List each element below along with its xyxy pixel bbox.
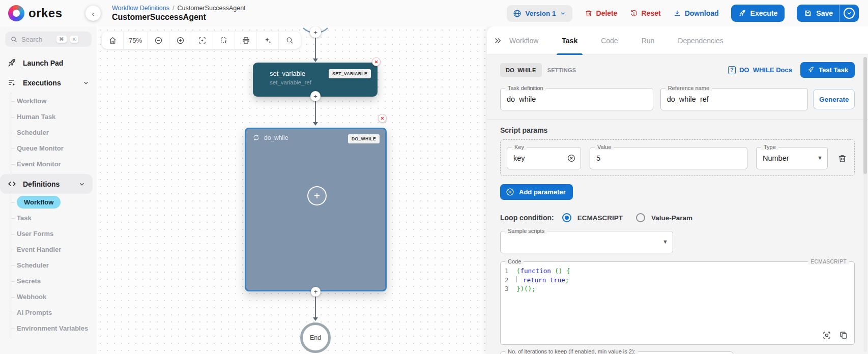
- sidebar-item-definitions-webhook[interactable]: Webhook: [11, 289, 97, 305]
- edge: [315, 37, 316, 60]
- add-task-connector-bottom[interactable]: [311, 287, 321, 297]
- sidebar-item-definitions-scheduler[interactable]: Scheduler: [11, 257, 97, 273]
- edge-arrow: [313, 58, 318, 62]
- sidebar-item-definitions-secrets[interactable]: Secrets: [11, 273, 97, 289]
- panel-scrollbar[interactable]: [863, 57, 867, 352]
- home-button[interactable]: [102, 32, 124, 49]
- collapse-panel-icon[interactable]: [493, 36, 502, 45]
- globe-icon: [513, 9, 522, 18]
- expand-editor-icon[interactable]: [822, 331, 831, 340]
- definitions-icon: [7, 179, 17, 189]
- sidebar-item-definitions-event-handler[interactable]: Event Handler: [11, 242, 97, 257]
- zoom-out-button[interactable]: [148, 32, 169, 49]
- do-while-docs-link[interactable]: ? DO_WHILE Docs: [728, 66, 792, 74]
- fit-view-button[interactable]: [191, 32, 213, 49]
- tab-dependencies[interactable]: Dependencies: [678, 26, 724, 55]
- save-button-group: Save: [797, 5, 859, 22]
- download-button[interactable]: Download: [673, 9, 719, 17]
- node-end[interactable]: End: [300, 322, 331, 353]
- test-task-button[interactable]: Test Task: [800, 62, 855, 78]
- version-selector[interactable]: Version 1: [507, 5, 572, 22]
- task-definition-field[interactable]: Task definition do_while: [500, 88, 653, 110]
- node-do-while[interactable]: do_while DO_WHILE +: [245, 128, 387, 291]
- plus-circle-icon: [506, 188, 514, 196]
- code-editor-lines: 1(function () {2return true;3})();: [501, 262, 854, 293]
- print-button[interactable]: [235, 32, 257, 49]
- tab-do-while[interactable]: DO_WHILE: [500, 63, 542, 77]
- loop-condition-row: Loop condition: ECMASCRIPT Value-Param: [500, 213, 855, 222]
- sidebar-item-executions-human-task[interactable]: Human Task: [11, 109, 97, 125]
- edge: [315, 297, 316, 318]
- generate-button[interactable]: Generate: [813, 89, 855, 109]
- sidebar-collapse-button[interactable]: ‹: [85, 6, 101, 21]
- param-key-field[interactable]: Key key: [507, 147, 581, 169]
- add-task-inside-loop-button[interactable]: +: [307, 186, 327, 205]
- save-options-button[interactable]: [840, 5, 859, 22]
- breadcrumb-separator: /: [172, 5, 174, 12]
- select-area-button[interactable]: [213, 32, 235, 49]
- sidebar: ⌘ K Launch PadExecutionsWorkflowHuman Ta…: [0, 26, 97, 354]
- tab-workflow[interactable]: Workflow: [509, 26, 538, 55]
- code-editor[interactable]: Code ECMASCRIPT 1(function () {2return t…: [500, 261, 855, 345]
- clear-key-icon[interactable]: [567, 154, 576, 163]
- add-task-connector-mid[interactable]: [310, 91, 321, 101]
- edge-arrow: [313, 122, 318, 126]
- add-task-connector-top[interactable]: [310, 26, 321, 38]
- save-icon: [804, 9, 812, 17]
- radio-ecmascript[interactable]: [562, 213, 571, 222]
- sidebar-item-executions-event-monitor[interactable]: Event Monitor: [11, 156, 97, 172]
- code-line: 1(function () {: [505, 267, 851, 276]
- divider: [487, 119, 868, 120]
- tab-run[interactable]: Run: [642, 26, 655, 55]
- loop-condition-label: Loop condition:: [500, 214, 554, 222]
- param-type-select[interactable]: Type Number ▼: [756, 147, 828, 169]
- breadcrumb-parent-link[interactable]: Workflow Definitions: [112, 5, 169, 12]
- remove-do-while-button[interactable]: ✕: [378, 114, 387, 123]
- rocket-icon: [738, 9, 746, 17]
- chevron-down-icon: [82, 79, 90, 86]
- iterations-field[interactable]: No. of iterations to keep (if enabled, m…: [500, 351, 733, 354]
- add-parameter-button[interactable]: Add parameter: [500, 184, 573, 200]
- orkes-logo[interactable]: orkes: [8, 5, 84, 21]
- execute-button[interactable]: Execute: [731, 5, 785, 22]
- copy-code-icon[interactable]: [839, 331, 848, 340]
- chevron-down-icon: [78, 181, 85, 188]
- reference-name-field[interactable]: Reference name do_while_ref: [660, 88, 808, 110]
- sidebar-item-executions-queue-monitor[interactable]: Queue Monitor: [11, 140, 97, 156]
- delete-param-button[interactable]: [836, 153, 848, 164]
- delete-button[interactable]: Delete: [585, 9, 618, 17]
- sidebar-item-definitions-task[interactable]: Task: [11, 210, 97, 226]
- sidebar-item-executions[interactable]: Executions: [0, 73, 97, 93]
- workflow-canvas[interactable]: 75% set_variable set_variable_ref SET_VA…: [97, 26, 487, 354]
- node-title: do_while: [264, 134, 288, 141]
- sidebar-item-executions-workflow[interactable]: Workflow: [11, 93, 97, 109]
- search-canvas-button[interactable]: [279, 32, 301, 49]
- tab-task[interactable]: Task: [562, 26, 577, 55]
- sidebar-item-executions-scheduler[interactable]: Scheduler: [11, 125, 97, 140]
- sidebar-item-definitions-workflow[interactable]: Workflow: [11, 194, 97, 210]
- tab-code[interactable]: Code: [601, 26, 618, 55]
- sidebar-item-launch-pad[interactable]: Launch Pad: [0, 53, 97, 73]
- task-config-panel: WorkflowTaskCodeRunDependencies DO_WHILE…: [487, 26, 868, 354]
- sample-scripts-select[interactable]: Sample scripts ▼: [500, 231, 673, 253]
- sidebar-item-definitions[interactable]: Definitions: [0, 174, 93, 194]
- sidebar-item-definitions-ai-prompts[interactable]: AI Prompts: [11, 305, 97, 320]
- save-button[interactable]: Save: [797, 5, 839, 22]
- radio-ecmascript-label[interactable]: ECMASCRIPT: [577, 214, 623, 222]
- canvas-toolbar: 75%: [102, 32, 301, 49]
- sidebar-item-definitions-user-forms[interactable]: User Forms: [11, 226, 97, 242]
- reset-button[interactable]: Reset: [630, 9, 661, 17]
- sidebar-item-definitions-environment-variables[interactable]: Environment Variables: [11, 320, 97, 336]
- breadcrumb-current: CustomerSuccessAgent: [178, 5, 246, 12]
- sidebar-search[interactable]: ⌘ K: [5, 32, 92, 47]
- zoom-in-button[interactable]: [169, 32, 191, 49]
- field-value: do_while_ref: [667, 95, 709, 103]
- sparkles-icon[interactable]: [257, 32, 279, 49]
- tab-settings[interactable]: SETTINGS: [542, 63, 582, 77]
- search-input[interactable]: [21, 36, 53, 43]
- radio-value-param-label[interactable]: Value-Param: [651, 214, 692, 222]
- chevron-down-icon: ▼: [817, 155, 823, 161]
- param-value-field[interactable]: Value 5: [590, 147, 747, 169]
- remove-set-variable-button[interactable]: ✕: [372, 57, 381, 66]
- radio-value-param[interactable]: [636, 213, 645, 222]
